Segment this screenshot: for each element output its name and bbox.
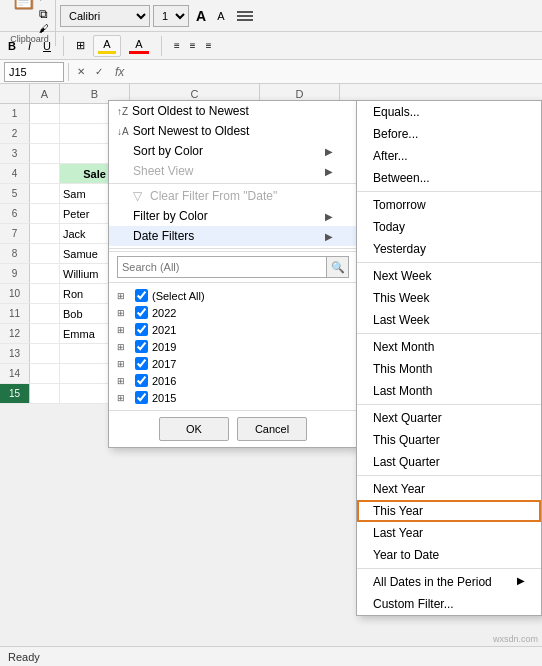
sort-color-label: Sort by Color (133, 144, 203, 158)
filter-by-color[interactable]: Filter by Color ▶ (109, 206, 357, 226)
date-last-week[interactable]: Last Week (357, 309, 541, 331)
italic-button[interactable]: I (24, 38, 35, 54)
cancel-formula-btn[interactable]: ✕ (73, 64, 89, 80)
watermark: wxsdn.com (493, 634, 538, 644)
align-group (235, 9, 255, 23)
date-between[interactable]: Between... (357, 167, 541, 189)
filter-sort-newest[interactable]: ↓A Sort Newest to Oldest (109, 121, 357, 141)
date-this-year[interactable]: This Year (357, 500, 541, 522)
cell-a3[interactable] (30, 144, 60, 163)
font-color-button[interactable]: A (125, 36, 153, 56)
date-after[interactable]: After... (357, 145, 541, 167)
filter-color-label: Filter by Color (133, 209, 208, 223)
cell-a1[interactable] (30, 104, 60, 123)
check-2015[interactable] (135, 391, 148, 404)
date-divider4 (357, 404, 541, 405)
checkbox-2019[interactable]: ⊞ 2019 (117, 338, 349, 355)
checkbox-2015[interactable]: ⊞ 2015 (117, 389, 349, 406)
date-next-quarter[interactable]: Next Quarter (357, 407, 541, 429)
paste-icon[interactable]: 📋 (10, 0, 37, 34)
search-area: 🔍 (109, 251, 357, 283)
date-next-month[interactable]: Next Month (357, 336, 541, 358)
filter-date-filters[interactable]: Date Filters ▶ (109, 226, 357, 246)
expand-2015[interactable]: ⊞ (117, 393, 131, 403)
cell-a4[interactable] (30, 164, 60, 183)
check-2021[interactable] (135, 323, 148, 336)
divider2 (161, 36, 162, 56)
underline-button[interactable]: U (39, 38, 55, 54)
clipboard-icons: 📋 ✂ ⧉ 🖌 (10, 0, 49, 34)
filter-sort-color[interactable]: Sort by Color ▶ (109, 141, 357, 161)
date-divider6 (357, 568, 541, 569)
date-last-year[interactable]: Last Year (357, 522, 541, 544)
check-2017[interactable] (135, 357, 148, 370)
filter-sheet-view[interactable]: Sheet View ▶ (109, 161, 357, 181)
check-2016[interactable] (135, 374, 148, 387)
status-bar: Ready (0, 646, 542, 666)
formula-bar: ✕ ✓ fx (0, 60, 542, 84)
checkbox-2017[interactable]: ⊞ 2017 (117, 355, 349, 372)
expand-2017[interactable]: ⊞ (117, 359, 131, 369)
date-this-week[interactable]: This Week (357, 287, 541, 309)
format-painter-icon[interactable]: 🖌 (39, 23, 49, 34)
cut-icon[interactable]: ✂ (39, 0, 49, 5)
check-2022[interactable] (135, 306, 148, 319)
date-next-year[interactable]: Next Year (357, 478, 541, 500)
search-input[interactable] (117, 256, 327, 278)
date-last-quarter[interactable]: Last Quarter (357, 451, 541, 473)
date-this-quarter[interactable]: This Quarter (357, 429, 541, 451)
filter-clear-icon: ▽ (133, 189, 142, 203)
col-header-a[interactable]: A (30, 84, 60, 103)
confirm-formula-btn[interactable]: ✓ (91, 64, 107, 80)
filter-ok-button[interactable]: OK (159, 417, 229, 441)
borders-button[interactable]: ⊞ (72, 37, 89, 54)
fill-color-button[interactable]: A (93, 35, 121, 57)
checkbox-select-all[interactable]: ⊞ (Select All) (117, 287, 349, 304)
date-tomorrow[interactable]: Tomorrow (357, 194, 541, 216)
filter-cancel-button[interactable]: Cancel (237, 417, 307, 441)
expand-2016[interactable]: ⊞ (117, 376, 131, 386)
date-equals[interactable]: Equals... (357, 101, 541, 123)
expand-2021[interactable]: ⊞ (117, 325, 131, 335)
font-size-select[interactable]: 11 (153, 5, 189, 27)
expand-2019[interactable]: ⊞ (117, 342, 131, 352)
cell-a2[interactable] (30, 124, 60, 143)
formula-input[interactable] (132, 62, 538, 82)
date-today[interactable]: Today (357, 216, 541, 238)
divider1 (63, 36, 64, 56)
expand-all[interactable]: ⊞ (117, 291, 131, 301)
name-box[interactable] (4, 62, 64, 82)
date-yesterday[interactable]: Yesterday (357, 238, 541, 260)
row-num-header (0, 84, 30, 103)
date-year-to-date[interactable]: Year to Date (357, 544, 541, 566)
align-right-btn[interactable]: ≡ (202, 38, 216, 53)
date-last-month[interactable]: Last Month (357, 380, 541, 402)
increase-font-btn[interactable]: A (192, 6, 210, 26)
checkbox-2022[interactable]: ⊞ 2022 (117, 304, 349, 321)
date-this-month[interactable]: This Month (357, 358, 541, 380)
search-button[interactable]: 🔍 (327, 256, 349, 278)
sort-oldest-label: Sort Oldest to Newest (132, 104, 249, 118)
filter-sort-oldest[interactable]: ↑Z Sort Oldest to Newest (109, 101, 357, 121)
align-left-btn[interactable]: ≡ (170, 38, 184, 53)
check-select-all-label: (Select All) (152, 290, 205, 302)
filter-clear[interactable]: ▽ Clear Filter From "Date" (109, 186, 357, 206)
check-2019-label: 2019 (152, 341, 176, 353)
check-2019[interactable] (135, 340, 148, 353)
all-dates-arrow: ▶ (517, 575, 525, 589)
expand-2022[interactable]: ⊞ (117, 308, 131, 318)
row-num: 1 (0, 104, 30, 123)
date-next-week[interactable]: Next Week (357, 265, 541, 287)
copy-icon[interactable]: ⧉ (39, 7, 49, 21)
align-center-btn[interactable]: ≡ (186, 38, 200, 53)
date-all-dates[interactable]: All Dates in the Period ▶ (357, 571, 541, 593)
checkbox-2016[interactable]: ⊞ 2016 (117, 372, 349, 389)
bold-button[interactable]: B (4, 38, 20, 54)
decrease-font-btn[interactable]: A (213, 8, 228, 24)
check-select-all[interactable] (135, 289, 148, 302)
font-name-select[interactable]: Calibri (60, 5, 150, 27)
date-custom[interactable]: Custom Filter... (357, 593, 541, 615)
filter-divider1 (109, 183, 357, 184)
checkbox-2021[interactable]: ⊞ 2021 (117, 321, 349, 338)
date-before[interactable]: Before... (357, 123, 541, 145)
